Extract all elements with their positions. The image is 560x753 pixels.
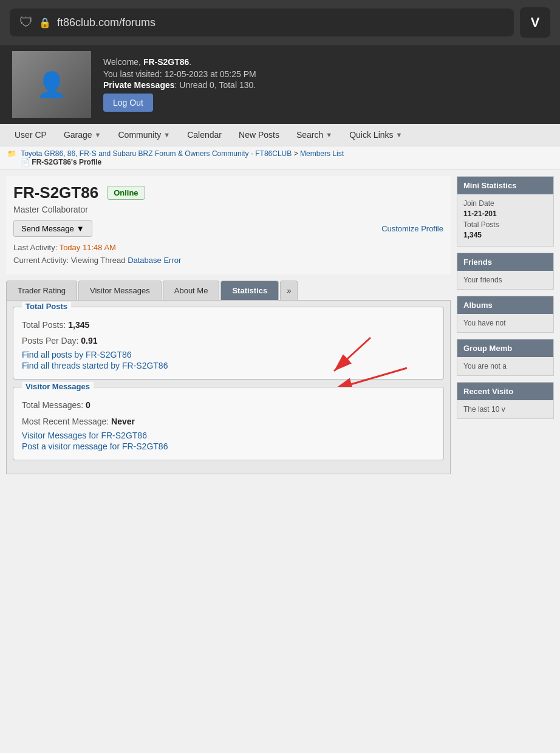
welcome-banner: 👤 Welcome, FR-S2GT86. You last visited: … bbox=[0, 45, 560, 124]
mini-statistics-box: Mini Statistics Join Date 11-21-201 Tota… bbox=[457, 176, 554, 247]
total-posts-content: Total Posts: 1,345 Posts Per Day: 0.91 F… bbox=[22, 318, 435, 371]
profile-header: FR-S2GT86 Online Master Collaborator Sen… bbox=[6, 176, 451, 274]
join-date-value: 11-21-201 bbox=[463, 210, 547, 218]
breadcrumb-current: FR-S2GT86's Profile bbox=[32, 158, 101, 166]
sidebar-total-posts-label: Total Posts bbox=[463, 220, 547, 229]
activity-info: Last Activity: Today 11:48 AM Current Ac… bbox=[13, 242, 443, 267]
folder-icon: 📁 bbox=[7, 149, 16, 158]
profile-main: FR-S2GT86 Online Master Collaborator Sen… bbox=[6, 176, 451, 474]
address-bar[interactable]: 🛡 🔒 ft86club.com/forums bbox=[10, 9, 514, 36]
total-messages-row: Total Messages: 0 bbox=[22, 398, 435, 412]
friends-content: Your friends bbox=[457, 271, 553, 289]
online-status-badge: Online bbox=[107, 186, 145, 200]
sidebar-right: Mini Statistics Join Date 11-21-201 Tota… bbox=[457, 176, 554, 425]
last-activity-row: Last Activity: Today 11:48 AM bbox=[13, 242, 443, 254]
sidebar-total-posts-value: 1,345 bbox=[463, 231, 547, 239]
profile-name-row: FR-S2GT86 Online bbox=[13, 183, 443, 202]
nav-search[interactable]: Search ▼ bbox=[288, 124, 341, 146]
pm-label: Private Messages bbox=[103, 80, 175, 90]
visitor-messages-content: Total Messages: 0 Most Recent Message: N… bbox=[22, 398, 435, 451]
visitor-messages-link[interactable]: Visitor Messages for FR-S2GT86 bbox=[22, 431, 435, 440]
tab-content-statistics: Total Posts Total Posts: 1,345 Posts Per… bbox=[6, 300, 451, 475]
profile-username: FR-S2GT86 bbox=[13, 183, 98, 202]
chevron-down-icon: ▼ bbox=[163, 131, 170, 138]
nav-quick-links[interactable]: Quick Links ▼ bbox=[341, 124, 411, 146]
nav-garage[interactable]: Garage ▼ bbox=[55, 124, 110, 146]
last-activity-label: Last Activity: bbox=[13, 243, 57, 252]
total-posts-value: 1,345 bbox=[68, 320, 89, 330]
tab-statistics[interactable]: Statistics bbox=[220, 281, 279, 300]
breadcrumb-icon2: 📄 bbox=[21, 158, 30, 166]
breadcrumb-forum-link[interactable]: Toyota GR86, 86, FR-S and Subaru BRZ For… bbox=[21, 149, 292, 158]
join-date-label: Join Date bbox=[463, 199, 547, 208]
last-activity-clock: 11:48 AM bbox=[83, 243, 116, 252]
svg-line-2 bbox=[334, 368, 407, 389]
post-visitor-message-link[interactable]: Post a visitor message for FR-S2GT86 bbox=[22, 441, 435, 451]
group-members-box: Group Memb You are not a bbox=[457, 339, 554, 376]
posts-per-day-row: Posts Per Day: 0.91 bbox=[22, 334, 435, 347]
most-recent-value: Never bbox=[111, 417, 135, 426]
albums-title: Albums bbox=[457, 296, 553, 314]
friends-title: Friends bbox=[457, 253, 553, 271]
group-members-content: You are not a bbox=[457, 357, 553, 375]
last-visited: You last visited: 12-05-2023 at 05:25 PM bbox=[103, 69, 548, 79]
banner-username: FR-S2GT86 bbox=[143, 57, 189, 67]
profile-title: Master Collaborator bbox=[13, 205, 443, 214]
welcome-prefix: Welcome, bbox=[103, 57, 143, 67]
total-posts-row: Total Posts: 1,345 bbox=[22, 318, 435, 332]
find-all-posts-link[interactable]: Find all posts by FR-S2GT86 bbox=[22, 350, 435, 359]
total-posts-section: Total Posts Total Posts: 1,345 Posts Per… bbox=[13, 307, 444, 380]
chevron-down-icon: ▼ bbox=[95, 131, 101, 138]
chevron-down-icon: ▼ bbox=[326, 131, 332, 138]
current-activity-label: Current Activity: bbox=[13, 256, 69, 265]
chevron-down-icon: ▼ bbox=[396, 131, 403, 138]
group-members-title: Group Memb bbox=[457, 339, 553, 357]
browser-chrome: 🛡 🔒 ft86club.com/forums V bbox=[0, 0, 560, 45]
recent-visitors-title: Recent Visito bbox=[457, 383, 553, 400]
current-activity-text: Viewing Thread bbox=[71, 256, 126, 265]
send-message-button[interactable]: Send Message ▼ bbox=[13, 220, 92, 237]
send-message-label: Send Message bbox=[21, 224, 74, 233]
breadcrumb-members-link[interactable]: Members List bbox=[300, 149, 344, 158]
last-activity-time: Today bbox=[60, 243, 81, 252]
total-messages-value: 0 bbox=[86, 400, 90, 410]
current-activity-link[interactable]: Database Error bbox=[128, 256, 181, 265]
visitor-messages-section: Visitor Messages Total Messages: 0 Most … bbox=[13, 387, 444, 460]
nav-calendar[interactable]: Calendar bbox=[179, 124, 230, 146]
nav-community[interactable]: Community ▼ bbox=[110, 124, 179, 146]
shield-icon: 🛡 bbox=[19, 15, 33, 30]
nav-bar: User CP Garage ▼ Community ▼ Calendar Ne… bbox=[0, 124, 560, 146]
nav-user-cp[interactable]: User CP bbox=[6, 124, 55, 146]
banner-image: 👤 bbox=[12, 51, 91, 118]
dropdown-arrow-icon: ▼ bbox=[77, 224, 84, 233]
most-recent-row: Most Recent Message: Never bbox=[22, 415, 435, 428]
current-activity-row: Current Activity: Viewing Thread Databas… bbox=[13, 254, 443, 267]
tab-visitor-messages[interactable]: Visitor Messages bbox=[78, 281, 162, 300]
recent-visitors-box: Recent Visito The last 10 v bbox=[457, 382, 554, 419]
main-wrapper: FR-S2GT86 Online Master Collaborator Sen… bbox=[0, 170, 560, 480]
mini-statistics-content: Join Date 11-21-201 Total Posts 1,345 bbox=[457, 194, 553, 246]
customize-profile-link[interactable]: Customize Profile bbox=[381, 224, 443, 233]
pm-detail: : Unread 0, Total 130. bbox=[175, 80, 256, 90]
tab-about-me[interactable]: About Me bbox=[163, 281, 220, 300]
mini-statistics-title: Mini Statistics bbox=[457, 177, 553, 194]
address-text: ft86club.com/forums bbox=[57, 16, 155, 29]
logout-button[interactable]: Log Out bbox=[103, 94, 153, 112]
pm-info: Private Messages: Unread 0, Total 130. bbox=[103, 80, 548, 90]
posts-per-day-value: 0.91 bbox=[81, 336, 97, 346]
total-posts-title: Total Posts bbox=[22, 302, 71, 311]
nav-new-posts[interactable]: New Posts bbox=[230, 124, 288, 146]
vivaldi-button[interactable]: V bbox=[520, 7, 550, 38]
lock-icon: 🔒 bbox=[39, 17, 51, 29]
breadcrumb-separator: > bbox=[294, 149, 298, 158]
profile-tabs: Trader Rating Visitor Messages About Me … bbox=[6, 281, 451, 300]
tab-more[interactable]: » bbox=[280, 281, 298, 300]
visitor-messages-title: Visitor Messages bbox=[22, 382, 94, 391]
vivaldi-icon: V bbox=[531, 15, 540, 30]
friends-box: Friends Your friends bbox=[457, 253, 554, 290]
albums-content: You have not bbox=[457, 314, 553, 332]
tab-trader-rating[interactable]: Trader Rating bbox=[6, 281, 77, 300]
breadcrumb: 📁 Toyota GR86, 86, FR-S and Subaru BRZ F… bbox=[0, 146, 560, 170]
albums-box: Albums You have not bbox=[457, 296, 554, 333]
find-all-threads-link[interactable]: Find all threads started by FR-S2GT86 bbox=[22, 361, 435, 370]
